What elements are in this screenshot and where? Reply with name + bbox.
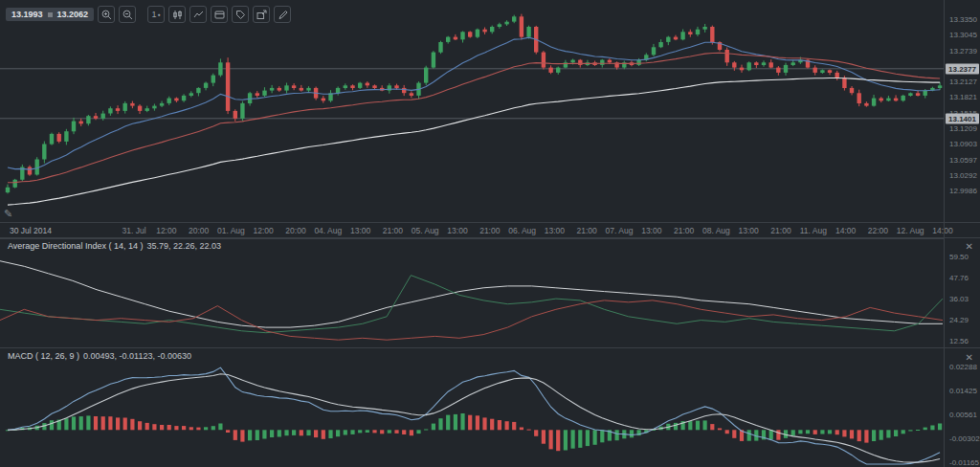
time-axis-label: 07. Aug — [606, 226, 634, 235]
price-axis-label: 13.3045 — [949, 31, 977, 39]
macd-signal-line — [8, 374, 940, 462]
draw-button[interactable] — [274, 6, 291, 23]
macd-axis-label: 0.00561 — [949, 411, 977, 419]
draw-mode-icon[interactable]: ✎ — [4, 208, 12, 220]
price-axis-label: 12.9986 — [949, 187, 977, 195]
time-axis-label: 06. Aug — [508, 226, 536, 235]
main-chart-canvas[interactable] — [0, 0, 944, 222]
adx-series--DI — [0, 300, 943, 340]
price-axis-label: 13.2127 — [949, 78, 977, 86]
bid-price: 13.1993 — [11, 10, 43, 19]
price-badge: 13.1401 — [946, 113, 979, 123]
time-axis-label: 13:00 — [447, 226, 467, 235]
pencil-icon — [278, 10, 288, 20]
macd-panel-canvas[interactable] — [0, 348, 944, 467]
macd-axis-label: 0.01425 — [949, 387, 977, 395]
time-axis-label: 21:00 — [383, 226, 403, 235]
quote-pill: 13.1993 13.2062 — [6, 8, 94, 21]
time-axis-label: 20:00 — [189, 226, 209, 235]
panel-separator — [0, 347, 980, 348]
adx-name: Average Directional Index ( 14, 14 ) — [8, 241, 143, 251]
time-axis-label: 13:00 — [545, 226, 565, 235]
time-axis-label: 11. Aug — [800, 226, 827, 235]
adx-series-+DI — [0, 276, 943, 333]
time-axis-label: 31. Jul — [122, 226, 145, 235]
time-axis-label: 04. Aug — [314, 226, 342, 235]
ask-price: 13.2062 — [57, 10, 89, 19]
time-axis-label: 05. Aug — [412, 226, 439, 235]
price-axis-label: 13.0292 — [949, 170, 977, 179]
adx-axis-label: 36.03 — [949, 295, 969, 303]
macd-close-button[interactable]: ✕ — [966, 353, 973, 363]
adx-close-button[interactable]: ✕ — [966, 242, 973, 252]
interval-button[interactable]: 1● — [147, 6, 165, 23]
macd-axis-label: -0.01165 — [949, 458, 979, 467]
price-axis-label: 13.1209 — [949, 124, 977, 133]
price-axis-label: 13.1821 — [949, 93, 977, 101]
spread-square-icon — [48, 12, 53, 17]
indicators-button[interactable] — [189, 6, 207, 23]
adx-series-ADX — [0, 261, 943, 327]
price-badge: 13.2377 — [946, 63, 979, 74]
tag-button[interactable] — [232, 6, 249, 23]
layout-icon — [214, 10, 225, 20]
panel-separator — [0, 237, 980, 238]
price-axis-label: 13.2739 — [949, 46, 977, 55]
price-axis-label: 13.0597 — [949, 155, 977, 164]
macd-name: MACD ( 12, 26, 9 ) — [8, 351, 79, 361]
time-axis-label: 14:00 — [835, 226, 856, 235]
candles — [6, 14, 943, 194]
macd-line — [8, 367, 940, 464]
time-axis-label: 12. Aug — [897, 226, 924, 235]
panel-separator — [0, 222, 980, 223]
time-axis-label: 12:00 — [156, 226, 176, 235]
adx-axis-label: 47.76 — [949, 274, 969, 282]
time-axis-label: 21:00 — [770, 226, 791, 235]
zoom-out-button[interactable] — [119, 6, 136, 23]
zoom-in-icon — [101, 10, 112, 20]
price-axis-label: 13.3350 — [949, 15, 977, 24]
macd-axis-label: 0.02288 — [949, 363, 977, 371]
macd-values: 0.00493, -0.01123, -0.00630 — [83, 351, 191, 361]
price-axis-label: 13.0903 — [949, 140, 977, 148]
time-axis-label: 22:00 — [868, 226, 888, 235]
time-axis-label: 30 Jul 2014 — [10, 226, 52, 235]
macd-axis-label: -0.00302 — [949, 434, 980, 443]
time-axis-label: 13:00 — [739, 226, 759, 235]
macd-histogram — [6, 413, 942, 451]
adx-panel-label: Average Directional Index ( 14, 14 )35.7… — [8, 241, 221, 251]
time-axis-label: 21:00 — [479, 226, 500, 235]
adx-panel-canvas[interactable] — [0, 238, 944, 348]
time-axis-label: 13:00 — [641, 226, 661, 235]
macd-panel-label: MACD ( 12, 26, 9 )0.00493, -0.01123, -0.… — [8, 351, 191, 361]
time-axis-label: 21:00 — [577, 226, 597, 235]
adx-axis-label: 24.29 — [949, 316, 969, 324]
trading-chart-app: 13.1993 13.2062 1● ✎ — [0, 0, 980, 467]
time-axis-label: 21:00 — [674, 226, 694, 235]
dropdown-dot-icon: ● — [158, 11, 161, 17]
time-axis-label: 08. Aug — [702, 226, 730, 235]
chart-toolbar: 13.1993 13.2062 1● — [6, 6, 291, 23]
adx-values: 35.79, 22.26, 22.03 — [146, 241, 221, 251]
price-axis[interactable]: ✕ ✕ 13.335013.304513.273913.212713.18211… — [944, 0, 980, 467]
time-axis-label: 12:00 — [254, 226, 274, 235]
indicator-wave-icon — [193, 10, 204, 20]
chart-type-button[interactable] — [168, 6, 186, 23]
time-axis-label: 01. Aug — [217, 226, 245, 235]
time-axis-label: 20:00 — [285, 226, 305, 235]
adx-axis-label: 12.56 — [949, 337, 969, 345]
time-axis-label: 13:00 — [350, 226, 370, 235]
candlestick-icon — [172, 10, 183, 20]
adx-axis-label: 59.50 — [949, 253, 969, 261]
zoom-in-button[interactable] — [98, 6, 115, 23]
tag-icon — [235, 10, 246, 20]
zoom-out-icon — [122, 10, 133, 20]
ma-long-line — [8, 78, 940, 206]
share-icon — [256, 10, 267, 20]
interval-label: 1 — [152, 10, 157, 19]
layout-button[interactable] — [211, 6, 228, 23]
share-button[interactable] — [253, 6, 270, 23]
